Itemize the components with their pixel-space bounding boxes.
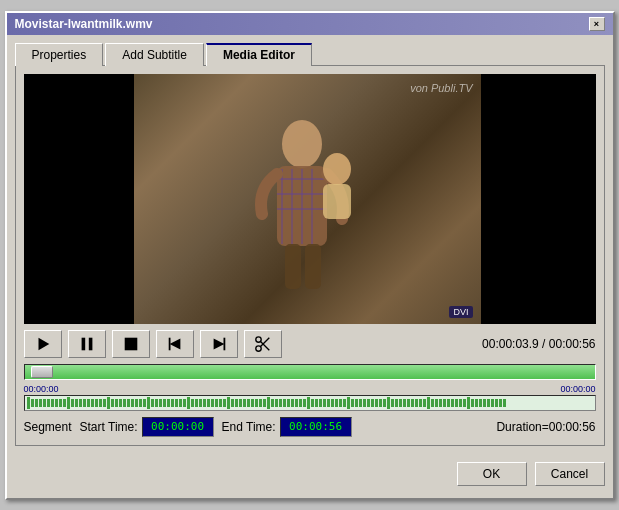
timeline-tick <box>99 399 102 407</box>
timeline-tick <box>191 399 194 407</box>
timeline-tick <box>471 399 474 407</box>
timeline-tick <box>147 397 150 409</box>
time-separator: / <box>542 337 549 351</box>
timeline-tick <box>63 399 66 407</box>
segment-label: Segment <box>24 420 72 434</box>
progress-container <box>24 364 596 380</box>
timeline-tick <box>119 399 122 407</box>
timeline-tick <box>371 399 374 407</box>
timeline-tick <box>323 399 326 407</box>
tab-media-editor[interactable]: Media Editor <box>206 43 312 66</box>
video-player: von Publi.TV DVI <box>24 74 596 324</box>
close-button[interactable]: × <box>589 17 605 31</box>
timeline-tick <box>27 397 30 409</box>
timeline-tick <box>143 399 146 407</box>
svg-rect-14 <box>81 337 85 350</box>
timeline-tick <box>135 399 138 407</box>
bottom-buttons: OK Cancel <box>15 458 605 490</box>
timeline-tick <box>287 399 290 407</box>
timeline-tick <box>427 397 430 409</box>
timeline-tick <box>247 399 250 407</box>
timeline-tick <box>295 399 298 407</box>
stop-icon <box>122 335 140 353</box>
timeline-tick <box>359 399 362 407</box>
timeline-tick <box>487 399 490 407</box>
start-time-input[interactable] <box>142 417 214 437</box>
mark-in-button[interactable] <box>156 330 194 358</box>
svg-rect-16 <box>124 337 137 350</box>
timeline-tick <box>123 399 126 407</box>
letterbox-left <box>24 74 134 324</box>
start-time-group: Start Time: <box>80 417 214 437</box>
time-display: 00:00:03.9 / 00:00:56 <box>482 337 595 351</box>
timeline-tick <box>275 399 278 407</box>
mark-out-button[interactable] <box>200 330 238 358</box>
timeline-tick <box>155 399 158 407</box>
progress-thumb[interactable] <box>31 366 53 378</box>
main-window: Movistar-Iwantmilk.wmv × Properties Add … <box>5 11 615 500</box>
tab-add-subtitle[interactable]: Add Subtitle <box>105 43 204 66</box>
timeline-tick <box>283 399 286 407</box>
timeline-tick <box>307 397 310 409</box>
cut-button[interactable] <box>244 330 282 358</box>
segment-row: Segment Start Time: End Time: Duration=0… <box>24 417 596 437</box>
timeline-tick <box>383 399 386 407</box>
timeline-tick <box>103 399 106 407</box>
timeline-tick <box>195 399 198 407</box>
timeline-tick <box>299 399 302 407</box>
timeline-tick <box>179 399 182 407</box>
timeline-tick <box>219 399 222 407</box>
timeline-tick <box>187 397 190 409</box>
ok-button[interactable]: OK <box>457 462 527 486</box>
timeline-tick <box>31 399 34 407</box>
timeline-tick <box>235 399 238 407</box>
timeline-tick <box>39 399 42 407</box>
duration-display: Duration=00:00:56 <box>496 420 595 434</box>
timeline-tick <box>51 399 54 407</box>
timeline-track[interactable] <box>24 395 596 411</box>
timeline-tick <box>291 399 294 407</box>
timeline-tick <box>491 399 494 407</box>
timeline-tick <box>67 397 70 409</box>
video-image: von Publi.TV DVI <box>134 74 481 324</box>
timeline-tick <box>475 399 478 407</box>
timeline-ticks <box>25 396 595 410</box>
timeline-tick <box>503 399 506 407</box>
letterbox-right <box>481 74 596 324</box>
timeline-tick <box>415 399 418 407</box>
tab-properties[interactable]: Properties <box>15 43 104 66</box>
timeline-tick <box>331 399 334 407</box>
timeline-tick <box>43 399 46 407</box>
timeline-tick <box>479 399 482 407</box>
timeline-tick <box>251 399 254 407</box>
stop-button[interactable] <box>112 330 150 358</box>
timeline-tick <box>399 399 402 407</box>
timeline-tick <box>127 399 130 407</box>
timeline-tick <box>35 399 38 407</box>
end-time-input[interactable] <box>280 417 352 437</box>
timeline-tick <box>459 399 462 407</box>
timeline-tick <box>259 399 262 407</box>
timeline-tick <box>79 399 82 407</box>
play-button[interactable] <box>24 330 62 358</box>
timeline-tick <box>419 399 422 407</box>
cancel-button[interactable]: Cancel <box>535 462 605 486</box>
timeline-tick <box>111 399 114 407</box>
timeline-tick <box>347 397 350 409</box>
timeline-tick <box>171 399 174 407</box>
timeline-tick <box>455 399 458 407</box>
timeline-tick <box>431 399 434 407</box>
timeline-tick <box>303 399 306 407</box>
window-body: Properties Add Subtitle Media Editor <box>7 35 613 498</box>
timeline-end-label: 00:00:00 <box>560 384 595 394</box>
timeline-tick <box>151 399 154 407</box>
title-bar: Movistar-Iwantmilk.wmv × <box>7 13 613 35</box>
timeline-tick <box>387 397 390 409</box>
progress-track[interactable] <box>24 364 596 380</box>
timeline-tick <box>271 399 274 407</box>
timeline-tick <box>267 397 270 409</box>
timeline-tick <box>379 399 382 407</box>
timeline-tick <box>231 399 234 407</box>
timeline-tick <box>83 399 86 407</box>
pause-button[interactable] <box>68 330 106 358</box>
